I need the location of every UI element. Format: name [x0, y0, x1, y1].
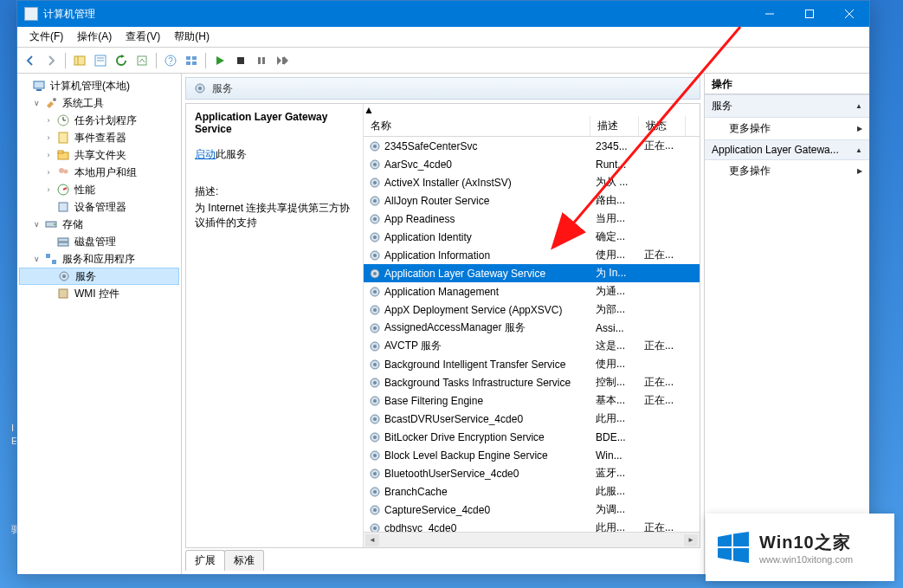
tab-standard[interactable]: 标准 [224, 550, 264, 571]
service-desc: 为通... [590, 284, 639, 299]
tree-root[interactable]: 计算机管理(本地) [48, 79, 132, 94]
gear-icon [369, 504, 381, 516]
tree-expand-icon[interactable]: › [43, 116, 54, 125]
column-desc[interactable]: 描述 [590, 116, 639, 136]
menu-view[interactable]: 查看(V) [119, 27, 167, 47]
service-row[interactable]: CaptureService_4cde0为调... [364, 501, 700, 519]
actions-section-services[interactable]: 服务 ▲ [705, 94, 869, 118]
services-header: 服务 [185, 77, 700, 100]
service-status: 正在... [639, 375, 686, 390]
close-button[interactable] [829, 1, 869, 27]
start-service-button[interactable] [210, 51, 229, 70]
menu-file[interactable]: 文件(F) [23, 27, 70, 47]
gear-icon [369, 304, 381, 316]
tree-device-manager[interactable]: 设备管理器 [73, 200, 128, 215]
start-service-link[interactable]: 启动 [195, 148, 216, 160]
clock-icon [56, 113, 70, 127]
scroll-right-icon[interactable]: ► [684, 534, 698, 546]
actions-more-2[interactable]: 更多操作 ▶ [705, 160, 869, 182]
tree-services-apps[interactable]: 服务和应用程序 [61, 252, 137, 267]
computer-icon [32, 79, 46, 93]
tree-system-tools[interactable]: 系统工具 [61, 96, 106, 111]
column-status[interactable]: 状态 [639, 116, 686, 136]
svg-point-69 [373, 326, 377, 330]
svg-rect-21 [282, 57, 284, 64]
tree-task-scheduler[interactable]: 任务计划程序 [73, 113, 139, 128]
menu-help[interactable]: 帮助(H) [167, 27, 216, 47]
maximize-button[interactable] [790, 1, 829, 27]
tree-event-viewer[interactable]: 事件查看器 [73, 131, 128, 145]
brand-url: www.win10xitong.com [759, 554, 853, 565]
service-row[interactable]: Background Intelligent Transfer Service使… [364, 355, 700, 373]
wmi-icon [56, 287, 70, 300]
tree-expand-icon[interactable]: › [43, 151, 54, 159]
tree-local-users[interactable]: 本地用户和组 [73, 165, 139, 180]
tree-expand-icon[interactable]: › [43, 185, 54, 194]
forward-button[interactable] [42, 51, 61, 70]
service-row[interactable]: ActiveX Installer (AxInstSV)为从 ... [364, 173, 700, 191]
service-row[interactable]: BitLocker Drive Encryption ServiceBDE... [364, 428, 700, 446]
restart-service-button[interactable] [273, 51, 292, 70]
service-row[interactable]: App Readiness当用... [364, 210, 700, 228]
titlebar[interactable]: 计算机管理 [17, 1, 869, 27]
properties-button[interactable] [91, 51, 110, 70]
tree-collapse-icon[interactable]: ∨ [31, 220, 42, 229]
service-row[interactable]: BcastDVRUserService_4cde0此用... [364, 410, 700, 428]
svg-point-47 [198, 87, 202, 90]
service-row[interactable]: AVCTP 服务这是...正在... [364, 337, 700, 355]
tree-collapse-icon[interactable]: ∨ [31, 99, 42, 107]
help-button[interactable]: ? [161, 51, 180, 70]
service-row[interactable]: BluetoothUserService_4cde0蓝牙... [364, 464, 700, 482]
export-list-button[interactable] [132, 51, 152, 70]
center-pane: 服务 Application Layer Gateway Service 启动此… [182, 74, 705, 574]
actions-section-selected[interactable]: Application Layer Gatewa... ▲ [705, 139, 869, 160]
tree-performance[interactable]: 性能 [73, 183, 97, 197]
horizontal-scrollbar[interactable]: ◄ ► [364, 532, 700, 547]
tab-extended[interactable]: 扩展 [185, 550, 225, 571]
service-row[interactable]: Application Layer Gateway Service为 In... [364, 264, 700, 282]
svg-point-57 [373, 217, 377, 221]
svg-rect-31 [58, 151, 63, 153]
service-row[interactable]: Application Identity确定... [364, 228, 700, 246]
svg-point-49 [373, 145, 377, 148]
refresh-button[interactable] [112, 51, 131, 70]
tabs: 扩展 标准 [182, 552, 704, 574]
show-hide-tree-button[interactable] [70, 51, 89, 70]
service-row[interactable]: AarSvc_4cde0Runt... [364, 155, 700, 173]
service-row[interactable]: Block Level Backup Engine ServiceWin... [364, 446, 700, 464]
service-row[interactable]: Background Tasks Infrastructure Service控… [364, 373, 700, 391]
tree-shared-folders[interactable]: 共享文件夹 [73, 148, 128, 163]
service-row[interactable]: Application Information使用...正在... [364, 246, 700, 264]
gear-icon [57, 269, 71, 283]
service-row[interactable]: Base Filtering Engine基本...正在... [364, 391, 700, 410]
tree-collapse-icon[interactable]: ∨ [31, 255, 42, 263]
menu-action[interactable]: 操作(A) [70, 27, 119, 47]
service-row[interactable]: AppX Deployment Service (AppXSVC)为部... [364, 300, 700, 319]
service-row[interactable]: AssignedAccessManager 服务Assi... [364, 319, 700, 337]
pause-service-button[interactable] [252, 51, 271, 70]
tree-storage[interactable]: 存储 [61, 217, 85, 232]
service-row[interactable]: 2345SafeCenterSvc2345...正在... [364, 137, 700, 155]
minimize-button[interactable] [750, 1, 790, 27]
stop-service-button[interactable] [231, 51, 250, 70]
service-row[interactable]: cbdhsvc_4cde0此用...正在... [364, 519, 700, 532]
service-row[interactable]: BranchCache此服... [364, 482, 700, 501]
service-row[interactable]: Application Management为通... [364, 282, 700, 300]
actions-more-1[interactable]: 更多操作 ▶ [705, 118, 869, 139]
minimize-icon [765, 10, 774, 18]
tree-expand-icon[interactable]: › [43, 133, 54, 142]
view-button[interactable] [182, 51, 201, 70]
svg-point-59 [373, 236, 377, 239]
tree-disk-mgmt[interactable]: 磁盘管理 [73, 235, 118, 249]
tree-wmi[interactable]: WMI 控件 [73, 287, 121, 301]
actions-pane: 操作 服务 ▲ 更多操作 ▶ Application Layer Gatewa.… [705, 74, 869, 574]
tree-pane[interactable]: 计算机管理(本地) ∨ 系统工具 › 任务计划程序 › 事件查看器 › 共享文件… [17, 74, 182, 574]
service-row[interactable]: AllJoyn Router Service路由... [364, 191, 700, 210]
services-list-body[interactable]: 2345SafeCenterSvc2345...正在...AarSvc_4cde… [364, 137, 700, 532]
column-name[interactable]: 名称 [364, 116, 590, 136]
scroll-left-icon[interactable]: ◄ [365, 534, 379, 546]
tree-expand-icon[interactable]: › [43, 168, 54, 177]
back-button[interactable] [21, 51, 40, 70]
watermark-brand: Win10之家 www.win10xitong.com [706, 514, 894, 581]
tree-services[interactable]: 服务 [74, 269, 98, 284]
